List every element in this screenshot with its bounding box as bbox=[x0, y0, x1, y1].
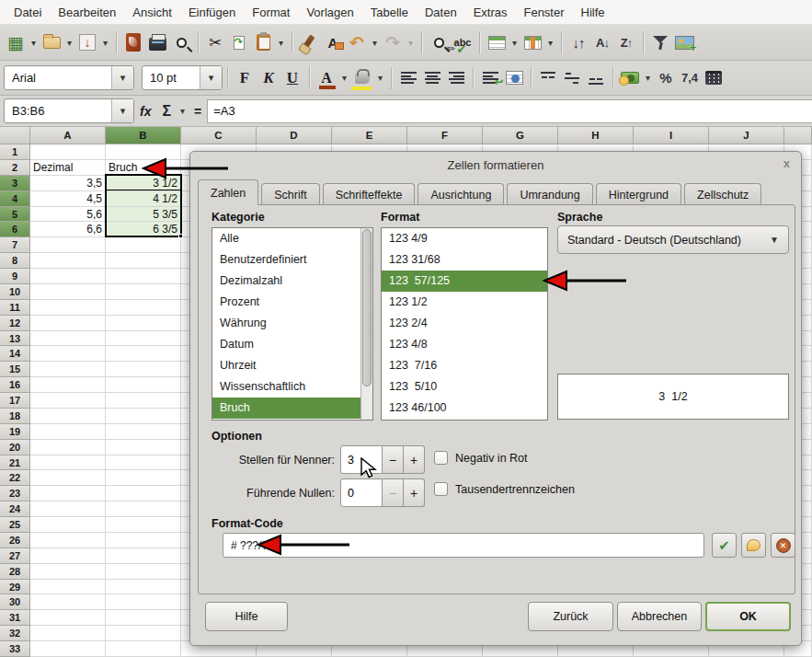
sheet-cell-b[interactable] bbox=[106, 564, 181, 580]
sheet-cell-a[interactable] bbox=[30, 377, 106, 393]
menu-item[interactable]: Fenster bbox=[515, 2, 572, 23]
leading-zeroes-minus-button[interactable]: − bbox=[383, 478, 404, 507]
sheet-cell-b[interactable] bbox=[106, 486, 181, 501]
sheet-cell-a[interactable] bbox=[30, 144, 106, 160]
sheet-cell-a[interactable] bbox=[30, 393, 106, 409]
row-header[interactable]: 22 bbox=[0, 470, 30, 486]
align-vcenter-icon[interactable] bbox=[560, 65, 584, 91]
sheet-cell-a[interactable] bbox=[30, 517, 106, 533]
font-size-dropdown[interactable] bbox=[200, 66, 222, 89]
format-item[interactable]: 123 1/2 bbox=[382, 292, 547, 313]
leading-zeroes-value[interactable] bbox=[340, 478, 383, 507]
denominator-plus-button[interactable]: + bbox=[404, 445, 425, 474]
dialog-tab[interactable]: Schrift bbox=[261, 183, 319, 205]
menu-item[interactable]: Tabelle bbox=[362, 2, 417, 23]
back-button[interactable]: Zurück bbox=[528, 602, 613, 631]
row-header[interactable]: 30 bbox=[0, 594, 30, 610]
column-header[interactable]: A bbox=[30, 127, 106, 144]
delete-format-button[interactable]: ✕ bbox=[771, 533, 795, 558]
column-header[interactable]: B bbox=[106, 127, 181, 144]
row-header[interactable]: 19 bbox=[0, 424, 30, 440]
category-item[interactable]: Datum bbox=[212, 334, 372, 355]
font-size-combo[interactable]: 10 pt bbox=[142, 65, 223, 90]
font-color-icon[interactable]: A bbox=[315, 65, 338, 91]
sheet-cell-a[interactable] bbox=[30, 409, 106, 424]
sheet-cell-a[interactable] bbox=[30, 346, 106, 362]
sheet-cell-a[interactable] bbox=[30, 362, 106, 377]
paste-dropdown[interactable] bbox=[275, 29, 287, 55]
menu-item[interactable]: Extras bbox=[465, 2, 516, 23]
scrollbar[interactable] bbox=[360, 228, 372, 420]
sheet-cell-b[interactable]: Bruch bbox=[106, 160, 181, 176]
row-header[interactable]: 27 bbox=[0, 548, 30, 564]
sheet-cell-b[interactable] bbox=[106, 253, 181, 269]
sheet-cell-b[interactable] bbox=[106, 440, 181, 455]
open-file-dropdown[interactable] bbox=[63, 29, 75, 55]
sheet-cell-a[interactable] bbox=[30, 626, 106, 641]
format-item[interactable]: 123 7/16 bbox=[382, 355, 547, 376]
sheet-cell-a[interactable] bbox=[30, 486, 106, 501]
sheet-cell-b[interactable] bbox=[106, 346, 181, 362]
undo-icon[interactable]: ↶ bbox=[345, 29, 369, 55]
format-item[interactable]: 123 46/100 bbox=[382, 398, 547, 419]
menu-item[interactable]: Vorlagen bbox=[298, 2, 361, 23]
undo-dropdown[interactable] bbox=[369, 29, 381, 55]
font-name-value[interactable]: Arial bbox=[5, 66, 111, 89]
sheet-cell-a[interactable] bbox=[30, 564, 106, 580]
insert-column-icon[interactable] bbox=[520, 29, 544, 55]
sheet-cell-a[interactable] bbox=[30, 548, 106, 564]
copy-icon[interactable]: ↷ bbox=[227, 29, 251, 55]
insert-image-icon[interactable] bbox=[672, 29, 696, 55]
sheet-cell-b[interactable] bbox=[106, 610, 181, 626]
format-item[interactable]: 123 57/125 bbox=[382, 271, 547, 292]
row-header[interactable]: 13 bbox=[0, 331, 30, 347]
clear-formatting-icon[interactable]: A bbox=[321, 29, 345, 55]
paste-icon[interactable] bbox=[251, 29, 275, 55]
category-item[interactable]: Dezimalzahl bbox=[212, 271, 372, 292]
sheet-cell-b[interactable] bbox=[106, 377, 181, 393]
function-wizard-icon[interactable]: fx bbox=[134, 104, 156, 119]
font-size-value[interactable]: 10 pt bbox=[143, 66, 200, 89]
sum-dropdown[interactable] bbox=[177, 98, 189, 124]
row-header[interactable]: 33 bbox=[0, 641, 30, 657]
find-replace-icon[interactable] bbox=[427, 29, 451, 55]
sheet-cell-a[interactable] bbox=[30, 331, 106, 347]
row-header[interactable]: 24 bbox=[0, 501, 30, 517]
negative-red-checkbox[interactable] bbox=[434, 451, 448, 465]
new-document-icon[interactable]: ▦ bbox=[4, 29, 28, 55]
row-header[interactable]: 14 bbox=[0, 346, 30, 362]
cancel-button[interactable]: Abbrechen bbox=[617, 602, 702, 631]
row-header[interactable]: 10 bbox=[0, 284, 30, 300]
merge-cells-icon[interactable] bbox=[502, 65, 526, 91]
row-header[interactable]: 31 bbox=[0, 610, 30, 626]
column-header[interactable]: H bbox=[558, 127, 634, 144]
row-header[interactable]: 16 bbox=[0, 377, 30, 393]
sheet-cell-b[interactable] bbox=[106, 470, 181, 486]
cut-icon[interactable]: ✂ bbox=[203, 29, 227, 55]
dialog-tab[interactable]: Zellschutz bbox=[684, 183, 761, 205]
currency-format-dropdown[interactable] bbox=[642, 65, 654, 91]
select-all-corner[interactable] bbox=[0, 127, 30, 144]
sheet-cell-a[interactable] bbox=[30, 470, 106, 486]
underline-icon[interactable]: U bbox=[280, 65, 304, 91]
percent-format-icon[interactable]: % bbox=[654, 65, 678, 91]
menu-item[interactable]: Format bbox=[244, 2, 298, 23]
font-name-combo[interactable]: Arial bbox=[4, 65, 134, 90]
category-item[interactable]: Währung bbox=[212, 313, 372, 334]
sheet-cell-b[interactable] bbox=[106, 424, 181, 440]
autofilter-icon[interactable] bbox=[648, 29, 672, 55]
denominator-minus-button[interactable]: − bbox=[383, 445, 404, 474]
sum-icon[interactable]: Σ bbox=[156, 103, 177, 120]
save-dropdown[interactable] bbox=[99, 29, 111, 55]
sheet-cell-a[interactable] bbox=[30, 284, 106, 300]
row-header[interactable]: 7 bbox=[0, 237, 30, 253]
dialog-tab[interactable]: Hintergrund bbox=[596, 183, 681, 205]
font-name-dropdown[interactable] bbox=[111, 66, 133, 89]
row-header[interactable]: 1 bbox=[0, 144, 30, 160]
category-item[interactable]: Benutzerdefiniert bbox=[212, 249, 372, 271]
denominator-value[interactable] bbox=[340, 445, 383, 474]
ok-button[interactable]: OK bbox=[705, 602, 791, 631]
row-header[interactable]: 20 bbox=[0, 440, 30, 455]
sheet-cell-b[interactable] bbox=[106, 237, 181, 253]
category-item[interactable]: Uhrzeit bbox=[212, 355, 372, 376]
